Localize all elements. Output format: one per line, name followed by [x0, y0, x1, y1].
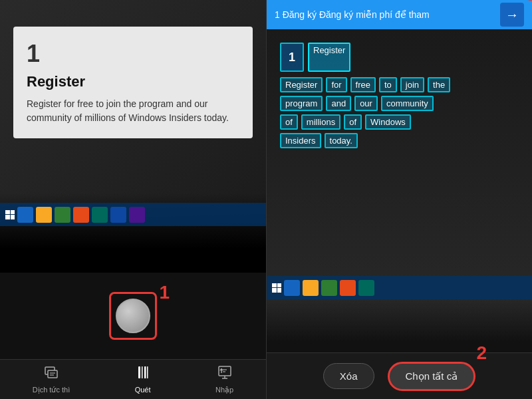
badge-number-3: 3: [525, 0, 532, 5]
ocr-word: today.: [325, 133, 358, 148]
svg-rect-1: [48, 370, 57, 378]
quet-icon: [136, 365, 150, 383]
ocr-word: for: [326, 77, 346, 92]
nav-item-nhap[interactable]: Nhập: [205, 361, 244, 398]
ocr-text-rows: Register for free to join the program an…: [280, 77, 519, 148]
taskbar-icon-7: [129, 207, 145, 223]
right-taskbar-icon-5: [358, 280, 374, 296]
ocr-word: community: [381, 96, 434, 111]
ocr-row-3: Insiders today.: [280, 133, 519, 148]
ocr-word: program: [280, 96, 323, 111]
chon-tat-ca-button[interactable]: Chọn tất cả 2: [388, 362, 476, 391]
register-card: 1 Register Register for free to join the…: [13, 27, 253, 138]
ocr-word: millions: [301, 114, 340, 130]
ocr-row-0: Register for free to join the: [280, 77, 519, 92]
ocr-word: Register: [280, 77, 323, 92]
svg-rect-6: [144, 366, 146, 378]
ocr-title-box: Register: [308, 43, 350, 72]
badge-number-1: 1: [159, 282, 170, 303]
bottom-nav-left: Dịch tức thì Quét: [0, 359, 266, 399]
register-number: 1: [27, 40, 239, 68]
shutter-button[interactable]: 1: [109, 292, 157, 340]
svg-rect-8: [219, 366, 231, 376]
top-bar: 1 Đăng ký Đăng ký miễn phí để tham → 3: [267, 0, 532, 29]
windows-icon: [5, 210, 15, 219]
top-bar-text: 1 Đăng ký Đăng ký miễn phí để tham: [275, 9, 500, 20]
svg-rect-5: [142, 366, 143, 378]
ocr-header-row: 1 Register: [280, 43, 519, 72]
taskbar-icon-4: [73, 207, 89, 223]
shutter-circle: [116, 299, 150, 333]
nav-item-dich[interactable]: Dịch tức thì: [22, 361, 80, 398]
badge-number-2: 2: [477, 342, 487, 364]
right-taskbar: [267, 276, 532, 299]
shutter-button-wrapper: 1: [109, 292, 157, 340]
ocr-word: our: [354, 96, 378, 111]
ocr-word: the: [428, 77, 450, 92]
chon-tat-ca-label: Chọn tất cả: [406, 370, 458, 382]
nav-label-nhap: Nhập: [215, 386, 233, 394]
ocr-number-box: 1: [280, 43, 304, 72]
ocr-row-1: program and our community: [280, 96, 519, 111]
right-panel: 1 Đăng ký Đăng ký miễn phí để tham → 3 1…: [266, 0, 532, 399]
right-camera-view: 1 Register Register for free to join the…: [267, 29, 532, 352]
taskbar-icon-2: [36, 207, 52, 223]
right-win-start: [272, 283, 281, 293]
ocr-word: and: [326, 96, 351, 111]
right-taskbar-icon-3: [321, 280, 337, 296]
register-title: Register: [27, 73, 239, 90]
ocr-word: Insiders: [280, 133, 321, 148]
right-camera-gradient: [267, 299, 532, 352]
right-taskbar-icon-4: [340, 280, 356, 296]
right-camera-content: 1 Register Register for free to join the…: [267, 29, 532, 352]
svg-rect-7: [147, 366, 148, 378]
taskbar-icon-3: [55, 207, 70, 223]
ocr-overlay: 1 Register Register for free to join the…: [280, 43, 519, 148]
nav-label-quet: Quét: [135, 386, 151, 394]
left-camera-content: 1 Register Register for free to join the…: [0, 0, 266, 273]
taskbar-icon-6: [110, 207, 126, 223]
taskbar-icon-5: [92, 207, 108, 223]
left-panel: 1 Register Register for free to join the…: [0, 0, 266, 399]
left-camera-view: 1 Register Register for free to join the…: [0, 0, 266, 273]
shutter-area: 1: [0, 273, 266, 359]
right-taskbar-icon-2: [303, 280, 319, 296]
ocr-word: free: [350, 77, 376, 92]
bottom-action-bar: Xóa Chọn tất cả 2: [267, 352, 532, 399]
right-taskbar-icon-1: [284, 280, 300, 296]
ocr-word: of: [344, 114, 362, 130]
xoa-button[interactable]: Xóa: [323, 363, 374, 389]
right-windows-icon: [272, 283, 281, 293]
svg-rect-4: [138, 366, 140, 378]
ocr-word: to: [379, 77, 397, 92]
nav-item-quet[interactable]: Quét: [124, 361, 162, 398]
nav-label-dich: Dịch tức thì: [33, 386, 70, 394]
dich-icon: [44, 365, 59, 383]
top-bar-arrow-button[interactable]: → 3: [500, 3, 524, 27]
ocr-row-2: of millions of Windows: [280, 114, 519, 130]
register-desc: Register for free to join the program an…: [27, 97, 239, 125]
nhap-icon: [217, 365, 232, 383]
ocr-word: Windows: [365, 114, 411, 130]
ocr-word: join: [400, 77, 424, 92]
left-taskbar: [0, 203, 266, 226]
taskbar-icon-1: [17, 207, 33, 223]
arrow-right-icon: →: [505, 7, 519, 23]
ocr-word: of: [280, 114, 298, 130]
win-start: [5, 210, 15, 219]
